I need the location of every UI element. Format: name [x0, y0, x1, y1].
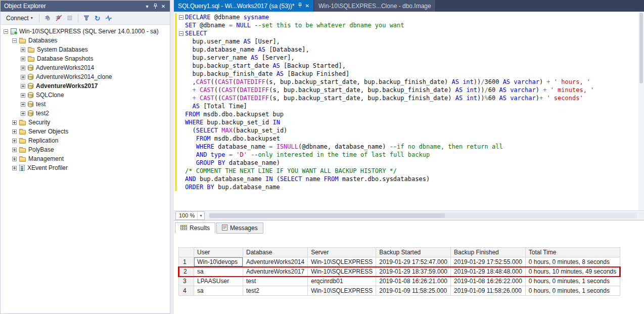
pin-tab-icon[interactable]	[298, 3, 302, 10]
expander-icon[interactable]: +	[12, 148, 17, 152]
tree-item-xevent-profiler[interactable]: +XEvent Profiler	[1, 163, 170, 172]
cell[interactable]: 2019-01-29 18:48:48.000	[451, 267, 526, 277]
tab-messages[interactable]: Messages	[216, 222, 263, 234]
cell[interactable]: Win-10\devops	[194, 257, 243, 267]
code-text: GROUP BY database_name)	[185, 159, 280, 166]
ssms-window: Object Explorer ▾ ✕ Connect ▾	[0, 0, 644, 314]
cell[interactable]: LPAASUser	[194, 277, 243, 286]
zoom-dropdown-icon[interactable]: ▼	[197, 212, 204, 219]
close-panel-icon[interactable]: ✕	[159, 2, 167, 10]
expander-icon[interactable]: +	[21, 66, 25, 70]
cell[interactable]: 2019-01-08 16:26:21.000	[376, 277, 451, 286]
expander-icon[interactable]: +	[12, 120, 17, 125]
zoom-control[interactable]: 100 % ▼	[175, 211, 205, 220]
fold-margin-icon[interactable]: −	[179, 31, 183, 36]
column-header-user[interactable]: User	[194, 248, 243, 257]
panel-splitter[interactable]	[170, 0, 174, 314]
change-indicator	[175, 102, 177, 110]
connect-button[interactable]: Connect ▾	[4, 14, 35, 23]
fold-margin-icon[interactable]: −	[179, 15, 183, 20]
expander-icon[interactable]: +	[21, 57, 25, 61]
vertical-scrollbar[interactable]	[638, 12, 644, 210]
cell[interactable]: 0 hours, 0 minutes, 1 seconds	[525, 277, 620, 286]
row-number[interactable]: 3	[179, 277, 194, 286]
db-icon	[28, 74, 33, 80]
cell[interactable]: 2019-01-29 17:52:47.000	[376, 257, 451, 267]
tab-dbo-image[interactable]: Win-10\SQLEXPRES...Clone - dbo.Image	[314, 0, 435, 12]
column-header-database[interactable]: Database	[243, 248, 308, 257]
cell[interactable]: Win-10\SQLEXPRESS	[308, 257, 376, 267]
expander-icon[interactable]: +	[12, 166, 17, 170]
cell[interactable]: 0 hours, 0 minutes, 1 seconds	[525, 286, 620, 296]
column-header-backup-finished[interactable]: Backup Finished	[451, 248, 526, 257]
column-header-server[interactable]: Server	[308, 248, 376, 257]
expander-icon[interactable]: +	[21, 111, 25, 116]
cell[interactable]: erqcinrdb01	[308, 277, 376, 286]
column-header-total-time[interactable]: Total Time	[525, 248, 620, 257]
cell[interactable]: AdventureWorks2017	[243, 267, 308, 277]
expander-icon[interactable]: +	[21, 48, 25, 52]
activity-monitor-icon[interactable]	[104, 14, 113, 23]
tree-item-test[interactable]: +test	[1, 100, 170, 109]
folder-icon	[19, 39, 26, 43]
cell[interactable]: sa	[194, 286, 243, 296]
cell[interactable]: Win-10\SQLEXPRESS	[308, 286, 376, 296]
tree-item-server-objects[interactable]: +Server Objects	[1, 127, 170, 136]
filter-icon[interactable]	[82, 14, 91, 23]
expander-icon[interactable]: −	[4, 29, 8, 34]
sql-editor[interactable]: −DECLARE @dbname sysnameSET @dbname = NU…	[174, 12, 644, 210]
column-header-backup-started[interactable]: Backup Started	[376, 248, 451, 257]
db-icon	[28, 102, 33, 107]
cell[interactable]: sa	[194, 267, 243, 277]
tree-item-databases[interactable]: −Databases	[1, 36, 170, 45]
cell[interactable]: 2019-01-08 16:26:22.000	[451, 277, 526, 286]
expander-icon[interactable]: +	[12, 129, 17, 134]
expander-icon[interactable]: +	[21, 102, 25, 107]
cell[interactable]: 2019-01-29 18:37:59.000	[376, 267, 451, 277]
tab-sqlquery1[interactable]: SQLQuery1.sql - Wi...Works2017 (sa (53))…	[174, 0, 313, 12]
row-number[interactable]: 2	[179, 267, 194, 277]
expander-icon[interactable]: −	[12, 38, 17, 43]
expander-icon[interactable]: +	[21, 84, 25, 88]
folder-icon	[19, 148, 26, 153]
tree-item-adventureworks2017[interactable]: +AdventureWorks2017	[1, 81, 170, 91]
connect-server-icon[interactable]	[43, 14, 52, 23]
tree-item-database-snapshots[interactable]: +Database Snapshots	[1, 54, 170, 63]
cell[interactable]: 0 hours, 10 minutes, 49 seconds	[525, 267, 620, 277]
cell[interactable]: AdventureWorks2014	[243, 257, 308, 267]
tab-results[interactable]: Results	[175, 222, 215, 234]
cell[interactable]: 0 hours, 0 minutes, 8 seconds	[525, 257, 620, 267]
cell[interactable]: 2019-01-29 17:52:55.000	[451, 257, 526, 267]
tree-item-replication[interactable]: +Replication	[1, 136, 170, 145]
expander-icon[interactable]: +	[21, 93, 25, 98]
grid-corner[interactable]	[179, 248, 194, 257]
expander-icon[interactable]: +	[12, 157, 17, 161]
tree-item-system-databases[interactable]: +System Databases	[1, 45, 170, 54]
tree-item-sqlclone[interactable]: +SQLClone	[1, 91, 170, 100]
cell[interactable]: 2019-01-09 11:58:26.000	[451, 286, 526, 296]
tree-item-polybase[interactable]: +PolyBase	[1, 145, 170, 154]
table-row: 4satest2Win-10\SQLEXPRESS2019-01-09 11:5…	[179, 286, 620, 296]
row-number[interactable]: 1	[179, 257, 194, 267]
window-position-icon[interactable]: ▾	[143, 2, 151, 10]
cell[interactable]: 2019-01-09 11:58:25.000	[376, 286, 451, 296]
pin-icon[interactable]	[151, 2, 159, 10]
scrollbar-thumb[interactable]	[209, 213, 445, 218]
tree-item-adventureworks2014[interactable]: +AdventureWorks2014	[1, 63, 170, 72]
tree-item-adventureworks2014-clone[interactable]: +AdventureWorks2014_clone	[1, 72, 170, 81]
expander-icon[interactable]: +	[21, 75, 25, 79]
tree-item-management[interactable]: +Management	[1, 154, 170, 163]
cell[interactable]: Win-10\SQLEXPRESS	[308, 267, 376, 277]
cell[interactable]: test2	[243, 286, 308, 296]
tree-item-security[interactable]: +Security	[1, 118, 170, 127]
tree-item-test2[interactable]: +test2	[1, 109, 170, 118]
refresh-icon[interactable]: ↻	[93, 14, 102, 23]
horizontal-scrollbar[interactable]	[209, 213, 637, 218]
row-number[interactable]: 4	[179, 286, 194, 296]
scrollbar-thumb[interactable]	[639, 13, 643, 83]
expander-icon[interactable]: +	[12, 139, 17, 143]
disconnect-server-icon[interactable]	[54, 14, 63, 23]
cell[interactable]: test	[243, 277, 308, 286]
tree-item-win-10-sqlexpress-sql-server-14-0-1000-sa[interactable]: −Win-10\SQLEXPRESS (SQL Server 14.0.1000…	[1, 27, 170, 36]
close-tab-icon[interactable]: ✕	[305, 3, 309, 9]
